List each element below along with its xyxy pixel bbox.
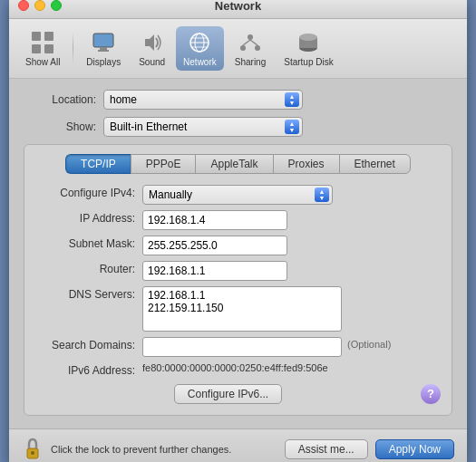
toolbar-sep-1 <box>73 32 73 64</box>
svg-point-14 <box>240 45 246 51</box>
dns-servers-input[interactable]: 192.168.1.1 212.159.11.150 <box>142 286 342 332</box>
ipv6-address-row: IPv6 Address: fe80:0000:0000:0000:0250:e… <box>35 362 441 377</box>
subnet-mask-label: Subnet Mask: <box>35 236 135 250</box>
search-domains-label: Search Domains: <box>35 337 135 351</box>
network-window: Network Show All <box>9 0 467 462</box>
apply-now-button[interactable]: Apply Now <box>375 439 454 459</box>
svg-rect-5 <box>100 47 107 50</box>
dns-servers-label: DNS Servers: <box>35 286 135 301</box>
svg-point-15 <box>255 45 260 51</box>
router-input[interactable] <box>142 261 287 281</box>
startup-disk-label: Startup Disk <box>284 57 333 67</box>
bottom-buttons: Assist me... Apply Now <box>285 439 454 459</box>
bottom-bar: Click the lock to prevent further change… <box>9 428 467 463</box>
optional-text: (Optional) <box>347 337 391 350</box>
svg-rect-6 <box>98 50 109 52</box>
network-icon <box>187 30 212 55</box>
svg-point-20 <box>299 34 317 41</box>
startup-disk-icon <box>296 30 321 55</box>
location-select-wrapper: home Automatic Edit Locations... ▲▼ <box>103 90 303 110</box>
svg-rect-2 <box>32 44 41 53</box>
configure-ipv4-row: Configure IPv4: Manually Using DHCP Usin… <box>35 185 441 205</box>
maximize-button[interactable] <box>51 0 62 11</box>
configure-ipv6-row: Configure IPv6... ? <box>35 384 441 404</box>
ipv6-address-label: IPv6 Address: <box>35 362 135 377</box>
subnet-mask-row: Subnet Mask: <box>35 236 441 255</box>
tab-bar: TCP/IP PPPoE AppleTalk Proxies Ethernet <box>35 154 441 174</box>
tab-pppoe[interactable]: PPPoE <box>131 154 196 174</box>
dns-servers-row: DNS Servers: 192.168.1.1 212.159.11.150 <box>35 286 441 332</box>
svg-line-17 <box>250 40 257 45</box>
tab-proxies[interactable]: Proxies <box>273 154 339 174</box>
configure-ipv4-label: Configure IPv4: <box>35 185 135 199</box>
network-label: Network <box>183 57 217 67</box>
title-bar: Network <box>9 0 467 19</box>
inner-panel: TCP/IP PPPoE AppleTalk Proxies Ethernet … <box>24 144 452 416</box>
svg-rect-1 <box>44 32 53 41</box>
router-label: Router: <box>35 261 135 275</box>
toolbar-startup-disk[interactable]: Startup Disk <box>277 26 340 71</box>
svg-point-13 <box>248 34 253 40</box>
configure-ipv6-button[interactable]: Configure IPv6... <box>174 384 282 404</box>
assist-me-button[interactable]: Assist me... <box>285 439 368 459</box>
ip-address-input[interactable] <box>142 210 287 230</box>
close-button[interactable] <box>18 0 29 11</box>
ip-address-row: IP Address: <box>35 210 441 230</box>
lock-icon[interactable] <box>22 437 44 462</box>
svg-point-22 <box>31 451 34 455</box>
router-row: Router: <box>35 261 441 281</box>
svg-marker-7 <box>145 34 154 51</box>
ip-address-label: IP Address: <box>35 210 135 225</box>
svg-line-16 <box>243 40 250 45</box>
show-select-wrapper: Built-in Ethernet AirPort Internal Modem… <box>103 117 303 137</box>
ipv6-address-value: fe80:0000:0000:0000:0250:e4ff:fed9:506e <box>142 362 328 373</box>
show-label: Show: <box>24 120 96 133</box>
sound-icon <box>140 30 165 55</box>
show-row: Show: Built-in Ethernet AirPort Internal… <box>24 117 452 137</box>
location-row: Location: home Automatic Edit Locations.… <box>24 90 452 110</box>
lock-text: Click the lock to prevent further change… <box>51 444 277 455</box>
search-domains-row: Search Domains: (Optional) <box>35 337 441 357</box>
toolbar-sharing[interactable]: Sharing <box>228 26 273 71</box>
search-domains-input[interactable] <box>142 337 342 357</box>
traffic-lights <box>18 0 62 11</box>
subnet-mask-input[interactable] <box>142 236 287 255</box>
toolbar: Show All Displays Sound <box>9 19 467 79</box>
minimize-button[interactable] <box>34 0 45 11</box>
sharing-label: Sharing <box>235 57 266 67</box>
sound-label: Sound <box>139 57 165 67</box>
help-icon[interactable]: ? <box>421 384 441 404</box>
toolbar-displays[interactable]: Displays <box>79 26 128 71</box>
svg-rect-0 <box>32 32 41 41</box>
displays-icon <box>91 30 116 55</box>
sharing-icon <box>238 30 263 55</box>
show-all-icon <box>30 30 55 55</box>
displays-label: Displays <box>86 57 121 67</box>
toolbar-show-all[interactable]: Show All <box>18 26 67 71</box>
content-area: Location: home Automatic Edit Locations.… <box>9 79 467 428</box>
location-label: Location: <box>24 93 96 106</box>
window-title: Network <box>215 0 261 13</box>
tab-appletalk[interactable]: AppleTalk <box>195 154 272 174</box>
show-select[interactable]: Built-in Ethernet AirPort Internal Modem <box>103 117 303 137</box>
tab-ethernet[interactable]: Ethernet <box>339 154 411 174</box>
toolbar-sound[interactable]: Sound <box>131 26 172 71</box>
location-select[interactable]: home Automatic Edit Locations... <box>103 90 303 110</box>
configure-ipv4-wrapper: Manually Using DHCP Using DHCP with manu… <box>142 185 333 205</box>
configure-ipv4-select[interactable]: Manually Using DHCP Using DHCP with manu… <box>142 185 333 205</box>
show-all-label: Show All <box>25 57 60 67</box>
toolbar-network[interactable]: Network <box>176 26 224 71</box>
tab-tcp-ip[interactable]: TCP/IP <box>65 154 131 174</box>
svg-rect-4 <box>93 34 113 47</box>
svg-rect-3 <box>44 44 53 53</box>
